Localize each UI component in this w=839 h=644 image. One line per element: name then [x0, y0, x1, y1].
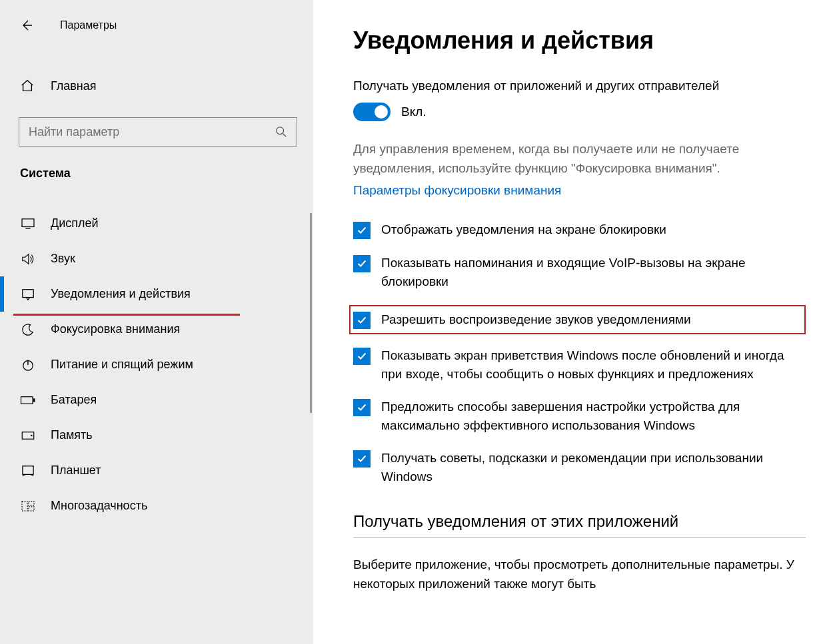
nav-label: Память [51, 428, 93, 442]
sidebar-header: Параметры [0, 0, 313, 51]
toggle-title: Получать уведомления от приложений и дру… [353, 79, 806, 93]
nav-label: Многозадачность [51, 499, 147, 513]
focus-settings-link[interactable]: Параметры фокусировки внимания [353, 183, 561, 198]
checkbox[interactable] [353, 348, 371, 365]
sidebar-section-header: Система [0, 147, 313, 187]
search-wrap [19, 117, 300, 147]
scrollbar[interactable] [310, 213, 312, 413]
checkbox-label: Показывать экран приветствия Windows пос… [381, 346, 806, 383]
svg-rect-11 [29, 506, 34, 510]
tablet-icon [20, 465, 36, 477]
home-icon [20, 79, 36, 93]
toggle-thumb [375, 105, 388, 119]
nav-multitask[interactable]: Многозадачность [0, 488, 313, 523]
search-box[interactable] [19, 117, 297, 147]
svg-rect-2 [23, 289, 33, 297]
toggle-row: Вкл. [353, 103, 806, 121]
toggle-state: Вкл. [401, 105, 426, 119]
checkbox-voip: Показывать напоминания и входящие VoIP-в… [353, 254, 806, 290]
sidebar: Параметры Главная Система Дисплей Звук У… [0, 0, 313, 644]
checkbox[interactable] [353, 222, 371, 239]
checkbox-welcome: Показывать экран приветствия Windows пос… [353, 346, 806, 383]
checkbox-label: Предложить способы завершения настройки … [381, 398, 806, 434]
power-icon [20, 358, 36, 372]
nav-sound[interactable]: Звук [0, 241, 313, 276]
display-icon [20, 218, 36, 230]
nav-label: Звук [51, 252, 75, 266]
moon-icon [20, 323, 36, 336]
sound-icon [20, 252, 36, 266]
notifications-toggle[interactable] [353, 103, 391, 121]
checkbox-sounds: Разрешить воспроизведение звуков уведомл… [349, 305, 806, 334]
nav-label: Планшет [51, 464, 101, 478]
notification-icon [20, 288, 36, 301]
svg-rect-10 [29, 501, 34, 505]
checkbox-lockscreen: Отображать уведомления на экране блокиро… [353, 220, 806, 239]
svg-rect-1 [22, 218, 34, 226]
nav-display[interactable]: Дисплей [0, 206, 313, 241]
main-content: Уведомления и действия Получать уведомле… [313, 0, 839, 644]
nav-tablet[interactable]: Планшет [0, 453, 313, 488]
svg-rect-8 [23, 466, 33, 474]
checkbox-setup: Предложить способы завершения настройки … [353, 398, 806, 434]
svg-rect-9 [22, 501, 27, 510]
page-title: Уведомления и действия [353, 27, 806, 55]
search-input[interactable] [29, 125, 275, 139]
nav-battery[interactable]: Батарея [0, 382, 313, 418]
checkbox-list: Отображать уведомления на экране блокиро… [353, 220, 806, 485]
nav-power[interactable]: Питание и спящий режим [0, 347, 313, 382]
checkbox-label: Получать советы, подсказки и рекомендаци… [381, 449, 806, 485]
nav-notifications[interactable]: Уведомления и действия [0, 276, 313, 312]
nav-label: Уведомления и действия [51, 287, 191, 301]
apps-section-title: Получать уведомления от этих приложений [353, 512, 806, 538]
nav-list: Дисплей Звук Уведомления и действия Фоку… [0, 206, 313, 523]
battery-icon [20, 396, 36, 405]
home-nav[interactable]: Главная [0, 72, 313, 100]
nav-label: Батарея [51, 393, 97, 407]
checkbox-label: Показывать напоминания и входящие VoIP-в… [381, 254, 806, 290]
focus-help-text: Для управления временем, когда вы получа… [353, 140, 806, 178]
storage-icon [20, 431, 36, 440]
svg-point-0 [277, 127, 284, 135]
checkbox-label: Отображать уведомления на экране блокиро… [381, 220, 666, 239]
arrow-left-icon [20, 19, 33, 32]
app-title: Параметры [60, 19, 117, 31]
checkbox[interactable] [353, 450, 371, 468]
apps-section-desc: Выберите приложение, чтобы просмотреть д… [353, 555, 806, 593]
checkbox-tips: Получать советы, подсказки и рекомендаци… [353, 449, 806, 485]
svg-point-7 [31, 434, 33, 436]
svg-rect-4 [21, 396, 33, 404]
nav-label: Дисплей [51, 216, 99, 230]
nav-storage[interactable]: Память [0, 418, 313, 453]
svg-rect-5 [33, 398, 35, 402]
nav-focus[interactable]: Фокусировка внимания [0, 312, 313, 347]
nav-label: Фокусировка внимания [51, 322, 180, 336]
checkbox[interactable] [353, 255, 371, 272]
home-label: Главная [51, 79, 97, 93]
checkbox[interactable] [353, 312, 371, 329]
notifications-toggle-block: Получать уведомления от приложений и дру… [353, 79, 806, 121]
multitask-icon [20, 500, 36, 512]
checkbox[interactable] [353, 399, 371, 416]
checkbox-label: Разрешить воспроизведение звуков уведомл… [381, 310, 691, 329]
back-button[interactable] [13, 12, 40, 39]
search-icon [275, 126, 287, 138]
nav-label: Питание и спящий режим [51, 358, 193, 372]
